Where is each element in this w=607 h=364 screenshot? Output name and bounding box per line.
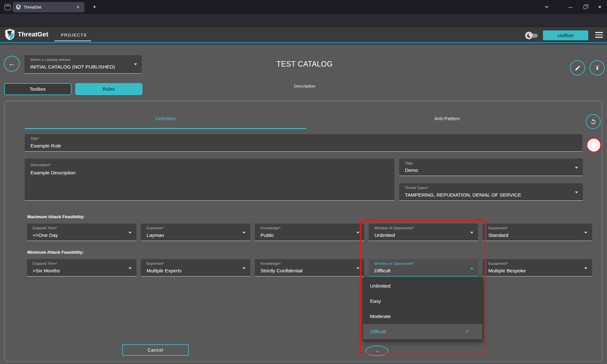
publish-catalog-button[interactable] bbox=[590, 60, 605, 75]
browser-tab-strip: ThreatGet ✕ + — ✕ bbox=[0, 0, 607, 14]
chevron-down-icon bbox=[470, 232, 473, 234]
select-max-window-of-opportunity[interactable]: Window of Opportunity* Unlimited bbox=[369, 224, 478, 241]
close-window-icon[interactable]: ✕ bbox=[592, 0, 607, 14]
release-select-value: INITIAL CATALOG (NOT PUBLISHED) bbox=[30, 64, 115, 70]
check-icon bbox=[465, 328, 470, 334]
upload-icon bbox=[594, 65, 600, 71]
select-min-elapsed-time[interactable]: Elapsed Time* >Six Months bbox=[27, 259, 136, 276]
back-button[interactable]: ← bbox=[4, 56, 20, 72]
browser-toolbar: ← → http://localhost:4200/#/catalogs/094… bbox=[0, 14, 607, 27]
tags-select-value: Demo bbox=[405, 167, 418, 173]
threatget-logo bbox=[4, 29, 15, 41]
tab-anti-pattern[interactable]: Anti-Pattern bbox=[307, 116, 588, 121]
select-min-expertise[interactable]: Expertise* Multiple Experts bbox=[141, 259, 250, 276]
threat-types-value: TAMPERING, REPUDIATION, DENIAL OF SERVIC… bbox=[405, 192, 521, 198]
chevron-down-icon bbox=[356, 267, 360, 269]
pencil-icon bbox=[575, 65, 581, 71]
user-button[interactable]: csofficer bbox=[543, 30, 588, 40]
select-min-equipment[interactable]: Equipment* Multiple Bespoke bbox=[483, 259, 592, 276]
chevron-down-icon bbox=[575, 192, 578, 193]
threatget-favicon bbox=[16, 4, 21, 10]
moon-icon bbox=[527, 34, 531, 38]
chevron-up-icon bbox=[470, 267, 473, 269]
window-of-opportunity-dropdown-menu: Unlimited Easy Moderate Difficult bbox=[363, 277, 482, 340]
catalog-release-select[interactable]: Select a catalog release INITIAL CATALOG… bbox=[24, 55, 142, 74]
rules-tab-button[interactable]: Rules bbox=[75, 83, 142, 95]
page-title: TEST CATALOG bbox=[209, 60, 400, 68]
delete-rule-button[interactable] bbox=[586, 138, 601, 153]
chevron-down-icon bbox=[242, 267, 246, 269]
chevron-down-icon bbox=[584, 232, 587, 234]
max-feasibility-heading: Maximum Attack Feasibility: bbox=[27, 214, 85, 219]
chevron-down-icon bbox=[242, 232, 246, 234]
tags-select[interactable]: Tags Demo bbox=[399, 159, 583, 176]
app-header: ThreatGet PROJECTS bbox=[0, 27, 607, 42]
new-tab-button[interactable]: + bbox=[90, 3, 99, 11]
cancel-button[interactable]: Cancel bbox=[122, 344, 189, 356]
page-subtitle: Description bbox=[209, 84, 400, 88]
tags-select-label: Tags bbox=[405, 161, 413, 165]
reset-rule-button[interactable] bbox=[586, 114, 601, 129]
select-max-equipment[interactable]: Equipment* Standard bbox=[483, 224, 592, 241]
title-field-label: Title* bbox=[30, 137, 39, 140]
chevron-down-icon bbox=[129, 232, 132, 234]
dropdown-option-unlimited[interactable]: Unlimited bbox=[363, 278, 482, 294]
title-field[interactable]: Title* Example Rule bbox=[25, 134, 582, 152]
nav-item-projects[interactable]: PROJECTS bbox=[61, 33, 87, 37]
release-select-label: Select a catalog release bbox=[30, 58, 71, 62]
trash-icon bbox=[591, 142, 597, 148]
description-field-label: Description* bbox=[30, 163, 51, 167]
chevron-down-icon bbox=[575, 167, 578, 169]
description-field[interactable]: Description* Example Description bbox=[25, 159, 394, 201]
dark-mode-toggle[interactable] bbox=[525, 31, 538, 40]
select-max-elapsed-time[interactable]: Elapsed Time* <=One Day bbox=[27, 224, 136, 241]
dropdown-option-difficult-selected[interactable]: Difficult bbox=[363, 324, 482, 339]
chevron-down-icon bbox=[356, 232, 360, 234]
minimize-window-icon[interactable]: — bbox=[563, 0, 578, 14]
arrow-right-icon: → bbox=[375, 348, 379, 353]
dropdown-option-moderate[interactable]: Moderate bbox=[363, 309, 482, 324]
select-max-knowledge[interactable]: Knowledge* Public bbox=[255, 224, 364, 241]
tab-close-icon[interactable]: ✕ bbox=[75, 4, 81, 10]
edit-catalog-button[interactable] bbox=[570, 60, 585, 75]
threat-types-label: Threat Types* bbox=[405, 186, 428, 190]
select-min-window-of-opportunity-open[interactable]: Window of Opportunity* Difficult bbox=[369, 259, 478, 276]
dropdown-option-easy[interactable]: Easy bbox=[363, 294, 482, 309]
app-menu-icon[interactable] bbox=[595, 32, 603, 38]
app-name: ThreatGet bbox=[18, 31, 48, 38]
browser-tab[interactable]: ThreatGet ✕ bbox=[13, 2, 84, 12]
chevron-down-icon bbox=[129, 267, 132, 269]
threat-types-select[interactable]: Threat Types* TAMPERING, REPUDIATION, DE… bbox=[399, 183, 583, 201]
active-tab-indicator bbox=[25, 128, 307, 129]
title-field-value: Example Rule bbox=[30, 143, 61, 149]
tab-definition[interactable]: Definition bbox=[25, 116, 307, 121]
chevron-down-icon bbox=[584, 267, 587, 269]
select-max-expertise[interactable]: Expertise* Layman bbox=[141, 224, 250, 241]
reset-icon bbox=[590, 119, 597, 125]
next-button[interactable]: → bbox=[366, 346, 388, 356]
firefox-view-icon[interactable] bbox=[4, 4, 11, 10]
restore-window-icon[interactable] bbox=[578, 0, 592, 14]
description-field-value: Example Description bbox=[30, 170, 76, 176]
chevron-down-icon bbox=[134, 63, 137, 65]
select-min-knowledge[interactable]: Knowledge* Strictly Confidential bbox=[255, 259, 364, 276]
tab-title: ThreatGet bbox=[23, 5, 75, 10]
tab-list-chevron-icon[interactable] bbox=[541, 0, 552, 14]
toolbox-tab-button[interactable]: Toolbox bbox=[4, 83, 71, 95]
min-feasibility-heading: Minimum Attack Feasibility: bbox=[27, 250, 84, 255]
